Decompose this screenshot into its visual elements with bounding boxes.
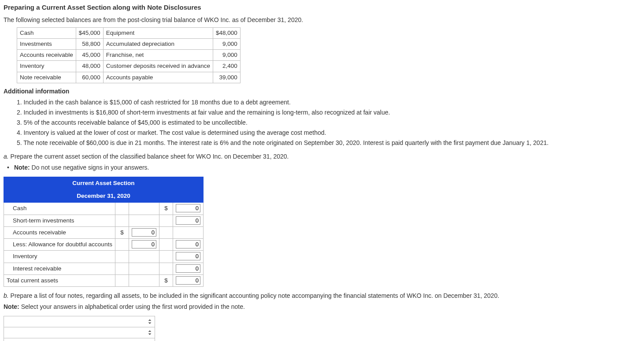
table-row: Total current assets $ [4,274,204,286]
balance-label: Accounts receivable [17,50,76,61]
balance-label: Cash [17,27,76,38]
svg-marker-1 [148,322,152,324]
total-input[interactable] [176,276,200,285]
notes-select-table [4,316,155,341]
table-row: Inventory [4,251,204,263]
row-ar-label: Accounts receivable [4,226,115,238]
dollar-sign: $ [159,274,173,286]
cas-header-2: December 31, 2020 [4,190,204,203]
current-asset-table: Current Asset Section December 31, 2020 … [4,177,204,287]
balance-label: Investments [17,38,76,49]
balance-value: 60,000 [76,72,103,83]
dollar-sign: $ [115,226,129,238]
table-row: Note receivable60,000Accounts payable39,… [17,72,241,83]
page-title: Preparing a Current Asset Section along … [4,3,640,13]
table-row: Accounts receivable $ [4,226,204,238]
table-row: Cash$45,000Equipment$48,000 [17,27,241,38]
bullet-icon: • [7,163,12,172]
allowance-input[interactable] [132,240,156,248]
note-b-text: Select your answers in alphabetical orde… [19,303,245,310]
list-item: 1. Included in the cash balance is $15,0… [17,98,640,107]
note-a-text: Do not use negative signs in your answer… [30,164,149,171]
question-b: b. Prepare a list of four notes, regardi… [4,291,640,300]
note-select-2[interactable] [4,327,155,338]
note-a: • Note: Do not use negative signs in you… [4,163,640,172]
intro-text: The following selected balances are from… [4,15,640,25]
ar-input[interactable] [132,228,156,237]
note-select-3[interactable] [4,338,155,341]
list-item: 2. Included in investments is $16,800 of… [17,108,640,117]
additional-info-list: 1. Included in the cash balance is $15,0… [4,98,640,148]
interest-input[interactable] [176,264,200,273]
list-item: 3. 5% of the accounts receivable balance… [17,118,640,127]
balance-value: 48,000 [76,61,103,72]
balance-label: Equipment [103,27,213,38]
balance-value: $48,000 [213,27,241,38]
balance-label: Customer deposits received in advance [103,61,213,72]
question-a-prefix: a. [4,153,9,160]
table-row: Short-term investments [4,215,204,226]
question-a: a. Prepare the current asset section of … [4,152,640,161]
note-select-1[interactable] [4,316,155,327]
question-b-prefix: b. [4,292,9,299]
svg-marker-3 [148,334,152,335]
table-row: Interest receivable [4,263,204,274]
balance-value: 9,000 [213,50,241,61]
balance-value: $45,000 [76,27,103,38]
svg-marker-0 [148,319,152,321]
balance-label: Accumulated depreciation [103,38,213,49]
row-interest-label: Interest receivable [4,263,115,274]
balance-label: Accounts payable [103,72,213,83]
svg-marker-2 [148,330,152,332]
question-a-text: Prepare the current asset section of the… [9,153,289,160]
table-row: Less: Allowance for doubtful accounts [4,239,204,251]
balance-value: 45,000 [76,50,103,61]
note-b: Note: Select your answers in alphabetica… [4,302,640,311]
list-item: 4. Inventory is valued at the lower of c… [17,128,640,137]
table-row: Inventory48,000Customer deposits receive… [17,61,241,72]
cas-header-1: Current Asset Section [4,177,204,189]
inventory-input[interactable] [176,252,200,260]
additional-heading: Additional information [4,87,640,96]
question-b-text: Prepare a list of four notes, regarding … [9,292,500,299]
sort-icon [148,319,152,324]
row-cash-label: Cash [4,203,115,215]
note-a-prefix: Note: [14,164,30,171]
note-b-prefix: Note: [4,303,19,310]
table-row: Investments58,800Accumulated depreciatio… [17,38,241,49]
row-allowance-label: Less: Allowance for doubtful accounts [4,239,115,251]
balance-value: 58,800 [76,38,103,49]
table-row: Cash $ [4,203,204,215]
sti-input[interactable] [176,216,200,225]
balance-value: 9,000 [213,38,241,49]
balance-value: 39,000 [213,72,241,83]
sort-icon [148,330,152,335]
row-inventory-label: Inventory [4,251,115,263]
balance-label: Note receivable [17,72,76,83]
allowance-net-input[interactable] [176,240,200,248]
balance-label: Inventory [17,61,76,72]
table-row: Accounts receivable45,000Franchise, net9… [17,50,241,61]
dollar-sign: $ [159,203,173,215]
balance-value: 2,400 [213,61,241,72]
list-item: 5. The note receivable of $60,000 is due… [17,138,640,148]
row-sti-label: Short-term investments [4,215,115,226]
balances-table: Cash$45,000Equipment$48,000Investments58… [17,27,241,83]
cash-input[interactable] [176,204,200,212]
balance-label: Franchise, net [103,50,213,61]
row-total-label: Total current assets [4,274,115,286]
